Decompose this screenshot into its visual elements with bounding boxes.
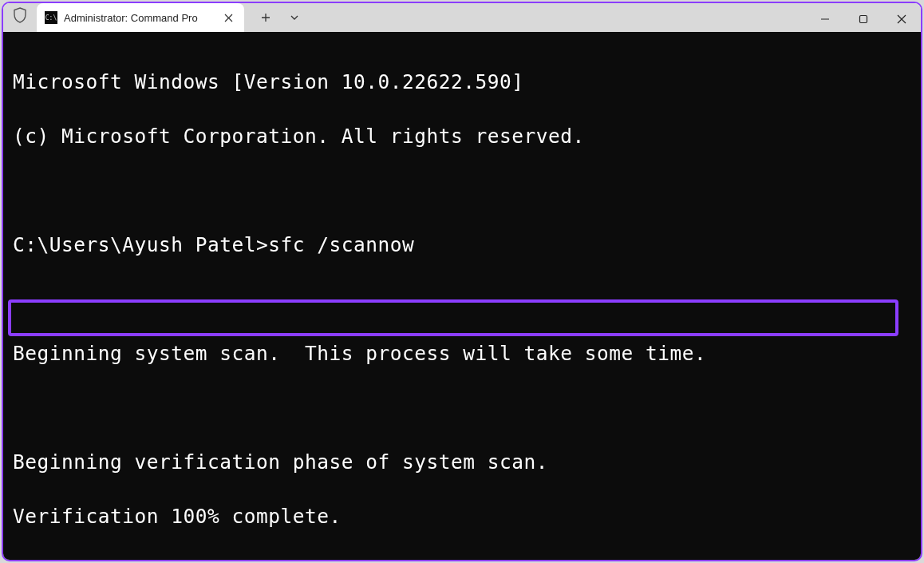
terminal-line: Microsoft Windows [Version 10.0.22622.59…: [13, 69, 914, 96]
terminal-output[interactable]: Microsoft Windows [Version 10.0.22622.59…: [3, 32, 921, 561]
terminal-line: [13, 394, 914, 422]
tab-close-button[interactable]: [220, 10, 236, 26]
svg-rect-0: [860, 16, 867, 23]
terminal-line: Verification 100% complete.: [13, 503, 914, 530]
new-tab-button[interactable]: [252, 5, 279, 30]
titlebar-left: C:\ Administrator: Command Pro: [3, 3, 308, 32]
terminal-line: Beginning system scan. This process will…: [13, 340, 914, 367]
terminal-window: C:\ Administrator: Command Pro: [2, 2, 922, 561]
tab-actions: [252, 3, 308, 32]
shield-icon: [13, 7, 27, 23]
terminal-line: [13, 286, 914, 313]
window-controls: [806, 3, 921, 35]
maximize-button[interactable]: [844, 3, 883, 35]
tab-command-prompt[interactable]: C:\ Administrator: Command Pro: [37, 3, 244, 32]
tab-dropdown-button[interactable]: [281, 5, 308, 30]
cmd-icon: C:\: [45, 11, 57, 24]
terminal-line: [13, 557, 914, 561]
minimize-button[interactable]: [806, 3, 844, 35]
titlebar: C:\ Administrator: Command Pro: [3, 3, 921, 32]
terminal-line: Beginning verification phase of system s…: [13, 449, 914, 476]
terminal-line: C:\Users\Ayush Patel>sfc /scannow: [13, 232, 914, 259]
close-button[interactable]: [883, 3, 921, 35]
terminal-line: (c) Microsoft Corporation. All rights re…: [13, 123, 914, 150]
tab-title: Administrator: Command Pro: [64, 12, 214, 24]
terminal-line: [13, 177, 914, 204]
